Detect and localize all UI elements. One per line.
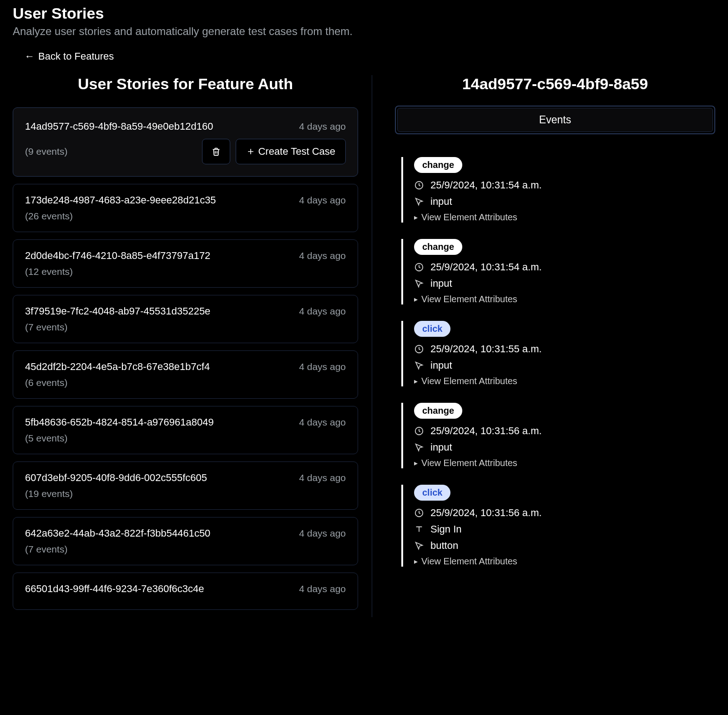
event-timestamp: 25/9/2024, 10:31:54 a.m. [430, 261, 542, 273]
story-time: 4 days ago [299, 121, 346, 132]
story-time: 4 days ago [299, 472, 346, 483]
clock-icon [414, 508, 424, 518]
story-time: 4 days ago [299, 417, 346, 428]
cursor-icon [414, 360, 424, 370]
story-id: 173de248-4987-4683-a23e-9eee28d21c35 [25, 194, 216, 206]
event-target: button [430, 540, 458, 552]
story-card[interactable]: 173de248-4987-4683-a23e-9eee28d21c354 da… [13, 184, 358, 232]
view-element-attributes-toggle[interactable]: View Element Attributes [414, 556, 715, 567]
cursor-icon [414, 279, 424, 289]
tab-events[interactable]: Events [397, 108, 713, 132]
story-card[interactable]: 45d2df2b-2204-4e5a-b7c8-67e38e1b7cf44 da… [13, 350, 358, 399]
event-target: input [430, 441, 452, 453]
story-time: 4 days ago [299, 306, 346, 317]
cursor-icon [414, 197, 424, 207]
story-events-count: (7 events) [25, 544, 67, 555]
event-target: input [430, 278, 452, 289]
cursor-icon [414, 541, 424, 551]
selected-story-heading: 14ad9577-c569-4bf9-8a59 [395, 75, 715, 93]
story-card[interactable]: 642a63e2-44ab-43a2-822f-f3bb54461c504 da… [13, 517, 358, 565]
story-id: 3f79519e-7fc2-4048-ab97-45531d35225e [25, 305, 210, 317]
stories-panel: User Stories for Feature Auth 14ad9577-c… [13, 75, 372, 617]
disclosure-label: View Element Attributes [421, 212, 517, 223]
story-card[interactable]: 66501d43-99ff-44f6-9234-7e360f6c3c4e4 da… [13, 573, 358, 610]
story-card[interactable]: 14ad9577-c569-4bf9-8a59-49e0eb12d1604 da… [13, 107, 358, 177]
stories-list: 14ad9577-c569-4bf9-8a59-49e0eb12d1604 da… [13, 107, 358, 610]
story-events-count: (6 events) [25, 377, 67, 388]
disclosure-label: View Element Attributes [421, 458, 517, 468]
story-id: 45d2df2b-2204-4e5a-b7c8-67e38e1b7cf4 [25, 361, 210, 373]
story-events-count: (26 events) [25, 211, 73, 222]
story-card[interactable]: 607d3ebf-9205-40f8-9dd6-002c555fc6054 da… [13, 461, 358, 510]
story-card[interactable]: 3f79519e-7fc2-4048-ab97-45531d35225e4 da… [13, 295, 358, 343]
event-item: change25/9/2024, 10:31:56 a.m.inputView … [401, 403, 715, 468]
clock-icon [414, 180, 424, 190]
view-element-attributes-toggle[interactable]: View Element Attributes [414, 376, 715, 386]
story-id: 14ad9577-c569-4bf9-8a59-49e0eb12d160 [25, 121, 213, 132]
story-card[interactable]: 5fb48636-652b-4824-8514-a976961a80494 da… [13, 406, 358, 454]
stories-heading: User Stories for Feature Auth [13, 75, 358, 93]
view-element-attributes-toggle[interactable]: View Element Attributes [414, 294, 715, 304]
story-events-count: (19 events) [25, 488, 73, 499]
cursor-icon [414, 442, 424, 452]
event-text: Sign In [430, 523, 462, 535]
event-item: change25/9/2024, 10:31:54 a.m.inputView … [401, 157, 715, 223]
clock-icon [414, 262, 424, 272]
story-time: 4 days ago [299, 583, 346, 594]
disclosure-label: View Element Attributes [421, 294, 517, 304]
story-time: 4 days ago [299, 361, 346, 372]
story-card[interactable]: 2d0de4bc-f746-4210-8a85-e4f73797a1724 da… [13, 239, 358, 288]
events-tab-wrap: Events [395, 106, 715, 134]
text-icon [414, 524, 424, 534]
disclosure-label: View Element Attributes [421, 376, 517, 386]
event-timestamp: 25/9/2024, 10:31:56 a.m. [430, 425, 542, 437]
event-type-badge: click [414, 485, 450, 501]
story-events-count: (12 events) [25, 266, 73, 277]
create-test-case-button[interactable]: Create Test Case [236, 139, 346, 164]
story-time: 4 days ago [299, 528, 346, 539]
event-target: input [430, 196, 452, 208]
event-timestamp: 25/9/2024, 10:31:55 a.m. [430, 343, 542, 355]
event-timestamp: 25/9/2024, 10:31:56 a.m. [430, 507, 542, 519]
plus-icon [246, 147, 255, 156]
back-to-features-link[interactable]: ← Back to Features [25, 51, 114, 62]
trash-icon [211, 147, 221, 157]
back-label: Back to Features [38, 51, 114, 62]
delete-button[interactable] [202, 139, 230, 164]
arrow-left-icon: ← [25, 51, 35, 62]
view-element-attributes-toggle[interactable]: View Element Attributes [414, 212, 715, 223]
events-list: change25/9/2024, 10:31:54 a.m.inputView … [395, 157, 715, 567]
event-type-badge: change [414, 239, 462, 255]
event-timestamp: 25/9/2024, 10:31:54 a.m. [430, 179, 542, 191]
clock-icon [414, 344, 424, 354]
page-subtitle: Analyze user stories and automatically g… [13, 25, 715, 38]
event-target: input [430, 360, 452, 371]
story-time: 4 days ago [299, 195, 346, 206]
event-type-badge: change [414, 157, 462, 173]
event-item: click25/9/2024, 10:31:56 a.m.Sign Inbutt… [401, 485, 715, 567]
story-id: 642a63e2-44ab-43a2-822f-f3bb54461c50 [25, 527, 210, 539]
events-panel: 14ad9577-c569-4bf9-8a59 Events change25/… [372, 75, 715, 617]
event-type-badge: change [414, 403, 462, 419]
story-time: 4 days ago [299, 250, 346, 261]
clock-icon [414, 426, 424, 436]
page-title: User Stories [13, 5, 715, 22]
story-id: 607d3ebf-9205-40f8-9dd6-002c555fc605 [25, 472, 207, 484]
disclosure-label: View Element Attributes [421, 556, 517, 567]
story-events-count: (5 events) [25, 433, 67, 444]
story-events-count: (9 events) [25, 146, 67, 157]
story-id: 2d0de4bc-f746-4210-8a85-e4f73797a172 [25, 250, 210, 262]
event-type-badge: click [414, 321, 450, 337]
story-id: 66501d43-99ff-44f6-9234-7e360f6c3c4e [25, 583, 204, 595]
create-label: Create Test Case [258, 146, 335, 157]
story-id: 5fb48636-652b-4824-8514-a976961a8049 [25, 416, 214, 428]
view-element-attributes-toggle[interactable]: View Element Attributes [414, 458, 715, 468]
story-events-count: (7 events) [25, 322, 67, 333]
event-item: change25/9/2024, 10:31:54 a.m.inputView … [401, 239, 715, 304]
event-item: click25/9/2024, 10:31:55 a.m.inputView E… [401, 321, 715, 386]
